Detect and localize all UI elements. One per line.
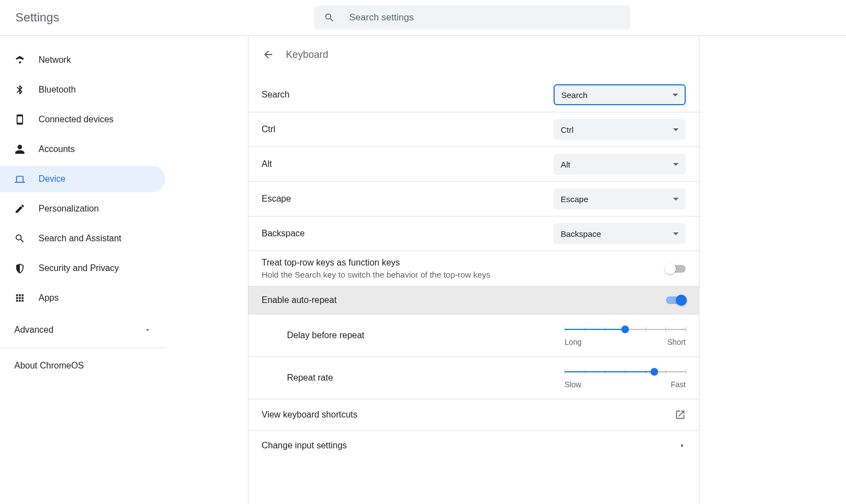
sidebar-item-label: Accounts [39,144,75,154]
delay-before-repeat-row: Delay before repeat Long Short [248,315,699,357]
sidebar-item-bluetooth[interactable]: Bluetooth [0,77,165,103]
slider-left-label: Long [565,338,582,346]
sidebar-item-label: Apps [39,293,58,303]
sidebar-divider [0,348,165,348]
key-row-ctrl: Ctrl Ctrl [248,112,699,147]
main-content: Keyboard Search Search Ctrl Ctrl Alt Alt… [165,36,846,504]
settings-panel: Keyboard Search Search Ctrl Ctrl Alt Alt… [248,36,699,504]
key-label-alt: Alt [262,159,272,169]
chevron-down-icon [673,232,679,235]
function-keys-sublabel: Hold the Search key to switch the behavi… [262,270,490,279]
view-shortcuts-label: View keyboard shortcuts [262,410,357,420]
wifi-icon [14,55,25,66]
key-label-search: Search [262,90,290,100]
person-icon [14,144,25,155]
key-row-escape: Escape Escape [248,182,699,216]
sidebar: Network Bluetooth Connected devices Acco… [0,36,165,504]
auto-repeat-label: Enable auto-repeat [262,295,337,305]
slider-thumb[interactable] [650,368,658,376]
mobile-icon [14,114,25,125]
sidebar-item-accounts[interactable]: Accounts [0,136,165,162]
key-row-search: Search Search [248,78,699,112]
key-label-backspace: Backspace [262,229,305,239]
sidebar-item-connected-devices[interactable]: Connected devices [0,106,165,133]
auto-repeat-row: Enable auto-repeat [248,286,699,315]
sidebar-item-label: Bluetooth [39,85,76,95]
about-label: About ChromeOS [14,361,84,371]
arrow-left-icon [262,48,274,61]
laptop-icon [14,174,25,185]
topbar: Settings [0,0,846,36]
function-keys-toggle[interactable] [666,265,686,273]
page-title: Keyboard [286,49,328,61]
apps-icon [14,292,25,304]
chevron-down-icon [144,327,151,333]
edit-icon [14,203,25,214]
sidebar-item-label: Device [39,174,66,184]
chevron-down-icon [673,128,679,131]
sidebar-item-label: Personalization [39,204,99,214]
sidebar-item-label: Connected devices [39,115,113,124]
delay-label: Delay before repeat [287,330,365,340]
sidebar-item-apps[interactable]: Apps [0,285,165,311]
sidebar-item-search-assistant[interactable]: Search and Assistant [0,225,165,252]
search-icon [14,233,25,244]
panel-header: Keyboard [248,36,699,67]
dropdown-value: Alt [561,160,571,169]
chevron-down-icon [673,198,679,200]
search-bar[interactable] [314,6,631,30]
chevron-down-icon [673,163,679,166]
function-keys-row: Treat top-row keys as function keys Hold… [248,251,699,286]
dropdown-value: Ctrl [561,125,573,134]
sidebar-item-personalization[interactable]: Personalization [0,196,165,222]
key-select-ctrl[interactable]: Ctrl [554,119,686,140]
sidebar-about[interactable]: About ChromeOS [0,353,165,379]
change-input-settings-row[interactable]: Change input settings [248,431,699,460]
sidebar-advanced[interactable]: Advanced [0,317,165,343]
sidebar-item-device[interactable]: Device [0,166,165,192]
chevron-down-icon [673,94,678,96]
key-label-ctrl: Ctrl [262,124,275,134]
dropdown-value: Escape [561,194,588,204]
function-keys-label: Treat top-row keys as function keys [262,258,490,268]
auto-repeat-toggle[interactable] [666,296,686,304]
key-select-escape[interactable]: Escape [554,188,686,209]
search-input[interactable] [348,12,621,24]
sidebar-item-label: Network [39,55,71,65]
app-title: Settings [15,10,59,25]
delay-slider[interactable]: Long Short [565,324,686,346]
key-select-backspace[interactable]: Backspace [554,223,686,244]
search-icon [324,12,335,23]
sidebar-item-label: Search and Assistant [39,234,121,243]
key-row-alt: Alt Alt [248,147,699,182]
view-shortcuts-row[interactable]: View keyboard shortcuts [248,399,699,431]
change-input-label: Change input settings [262,441,347,451]
dropdown-value: Backspace [561,229,601,239]
shield-icon [14,263,25,274]
slider-left-label: Slow [565,380,581,389]
key-select-search[interactable]: Search [554,84,686,105]
advanced-label: Advanced [14,325,53,335]
key-label-escape: Escape [262,194,291,204]
open-external-icon [675,409,686,420]
back-button[interactable] [262,48,275,61]
repeat-rate-row: Repeat rate Slow Fast [248,357,699,399]
sidebar-item-security-privacy[interactable]: Security and Privacy [0,255,165,281]
slider-right-label: Fast [671,380,686,389]
slider-thumb[interactable] [621,326,629,333]
bluetooth-icon [14,84,25,95]
key-row-backspace: Backspace Backspace [248,216,699,251]
sidebar-item-network[interactable]: Network [0,47,165,73]
slider-right-label: Short [668,338,686,346]
key-select-alt[interactable]: Alt [554,154,686,175]
rate-slider[interactable]: Slow Fast [565,367,686,389]
chevron-right-icon [679,442,686,449]
sidebar-item-label: Security and Privacy [39,263,119,273]
dropdown-value: Search [561,90,588,100]
rate-label: Repeat rate [287,373,333,383]
